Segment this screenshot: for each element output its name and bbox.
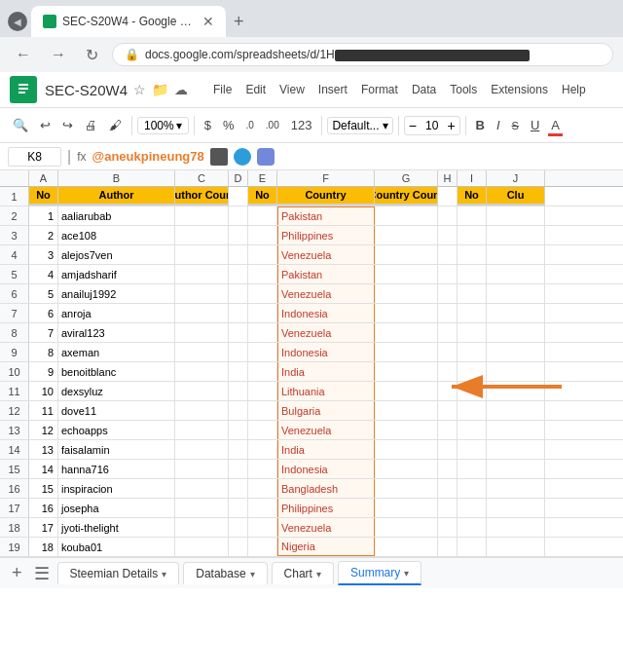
cell-h-1[interactable] xyxy=(438,187,458,205)
cell-c-5[interactable] xyxy=(175,265,229,283)
cell-a-5[interactable]: 4 xyxy=(29,265,58,283)
all-sheets-btn[interactable]: ☰ xyxy=(30,561,54,586)
cell-i-9[interactable] xyxy=(458,343,487,361)
cell-c-11[interactable] xyxy=(175,382,229,400)
cell-c-13[interactable] xyxy=(175,421,229,439)
menu-view[interactable]: View xyxy=(274,80,311,99)
cell-h-19[interactable] xyxy=(438,538,458,556)
cell-i-7[interactable] xyxy=(458,304,487,322)
cell-f-9[interactable]: Indonesia xyxy=(277,343,375,361)
cell-b-18[interactable]: jyoti-thelight xyxy=(58,518,175,537)
cell-g-9[interactable] xyxy=(375,343,438,361)
col-header-j[interactable]: J xyxy=(487,170,545,186)
cell-j-8[interactable] xyxy=(487,323,545,342)
cell-d-8[interactable] xyxy=(229,323,248,342)
cell-a-18[interactable]: 17 xyxy=(29,518,58,537)
browser-back-nav[interactable]: ◀ xyxy=(8,12,27,31)
cell-b-14[interactable]: faisalamin xyxy=(58,440,175,459)
cell-a-16[interactable]: 15 xyxy=(29,479,58,498)
cell-d-5[interactable] xyxy=(229,265,248,283)
cell-d-14[interactable] xyxy=(229,440,248,459)
cell-b-12[interactable]: dove11 xyxy=(58,401,175,420)
cell-b-4[interactable]: alejos7ven xyxy=(58,245,175,264)
cell-a-6[interactable]: 5 xyxy=(29,284,58,303)
cell-j-14[interactable] xyxy=(487,440,545,459)
cell-b-1[interactable]: Author xyxy=(58,187,175,205)
cell-f-15[interactable]: Indonesia xyxy=(277,460,375,478)
cell-i-6[interactable] xyxy=(458,284,487,303)
cell-b-15[interactable]: hanna716 xyxy=(58,460,175,478)
cell-h-16[interactable] xyxy=(438,479,458,498)
cell-f-4[interactable]: Venezuela xyxy=(277,245,375,264)
cell-g-15[interactable] xyxy=(375,460,438,478)
cell-e-15[interactable] xyxy=(248,460,277,478)
cell-b-17[interactable]: josepha xyxy=(58,499,175,517)
cell-c-18[interactable] xyxy=(175,518,229,537)
cell-d-10[interactable] xyxy=(229,362,248,381)
cell-j-19[interactable] xyxy=(487,538,545,556)
cell-g-2[interactable] xyxy=(375,206,438,225)
cell-d-3[interactable] xyxy=(229,226,248,244)
cell-f-13[interactable]: Venezuela xyxy=(277,421,375,439)
cell-e-17[interactable] xyxy=(248,499,277,517)
active-tab[interactable]: SEC-S20W4 - Google Sheets ✕ xyxy=(31,6,226,37)
underline-btn[interactable]: U xyxy=(526,115,544,135)
cell-c-6[interactable] xyxy=(175,284,229,303)
cell-g-10[interactable] xyxy=(375,362,438,381)
cell-b-16[interactable]: inspiracion xyxy=(58,479,175,498)
percent-btn[interactable]: % xyxy=(218,115,239,135)
cell-i-8[interactable] xyxy=(458,323,487,342)
cell-d-15[interactable] xyxy=(229,460,248,478)
cell-d-9[interactable] xyxy=(229,343,248,361)
cell-i-14[interactable] xyxy=(458,440,487,459)
menu-data[interactable]: Data xyxy=(406,80,442,99)
row-number[interactable]: 9 xyxy=(0,343,29,361)
cell-a-4[interactable]: 3 xyxy=(29,245,58,264)
cell-f-2[interactable]: Pakistan xyxy=(277,206,375,225)
cell-g-16[interactable] xyxy=(375,479,438,498)
decimal-dec-btn[interactable]: .0 xyxy=(241,117,259,133)
cell-e-8[interactable] xyxy=(248,323,277,342)
menu-help[interactable]: Help xyxy=(556,80,592,99)
cell-a-17[interactable]: 16 xyxy=(29,499,58,517)
cell-d-17[interactable] xyxy=(229,499,248,517)
menu-format[interactable]: Format xyxy=(355,80,404,99)
cell-g-14[interactable] xyxy=(375,440,438,459)
cell-i-4[interactable] xyxy=(458,245,487,264)
cell-j-16[interactable] xyxy=(487,479,545,498)
cell-a-3[interactable]: 2 xyxy=(29,226,58,244)
row-number[interactable]: 11 xyxy=(0,382,29,400)
cell-e-13[interactable] xyxy=(248,421,277,439)
cell-c-9[interactable] xyxy=(175,343,229,361)
row-number[interactable]: 4 xyxy=(0,245,29,264)
cell-a-14[interactable]: 13 xyxy=(29,440,58,459)
forward-btn[interactable]: → xyxy=(45,44,72,65)
cell-c-4[interactable] xyxy=(175,245,229,264)
cell-i-16[interactable] xyxy=(458,479,487,498)
cell-g-7[interactable] xyxy=(375,304,438,322)
cell-e-4[interactable] xyxy=(248,245,277,264)
reload-btn[interactable]: ↻ xyxy=(80,44,104,66)
text-color-btn[interactable]: A xyxy=(546,115,565,135)
menu-insert[interactable]: Insert xyxy=(312,80,353,99)
cell-g-1[interactable]: Country Count xyxy=(375,187,438,205)
cell-j-3[interactable] xyxy=(487,226,545,244)
cell-h-13[interactable] xyxy=(438,421,458,439)
italic-btn[interactable]: I xyxy=(492,115,505,135)
menu-tools[interactable]: Tools xyxy=(444,80,483,99)
cell-a-12[interactable]: 11 xyxy=(29,401,58,420)
cell-h-17[interactable] xyxy=(438,499,458,517)
cell-reference[interactable]: K8 xyxy=(8,147,61,167)
cell-d-4[interactable] xyxy=(229,245,248,264)
cell-h-4[interactable] xyxy=(438,245,458,264)
cell-d-16[interactable] xyxy=(229,479,248,498)
cell-d-19[interactable] xyxy=(229,538,248,556)
cell-f-18[interactable]: Venezuela xyxy=(277,518,375,537)
cell-g-19[interactable] xyxy=(375,538,438,556)
cell-a-7[interactable]: 6 xyxy=(29,304,58,322)
cell-i-18[interactable] xyxy=(458,518,487,537)
cell-d-11[interactable] xyxy=(229,382,248,400)
font-size-inc-btn[interactable]: + xyxy=(443,117,458,134)
cell-e-6[interactable] xyxy=(248,284,277,303)
cell-f-6[interactable]: Venezuela xyxy=(277,284,375,303)
